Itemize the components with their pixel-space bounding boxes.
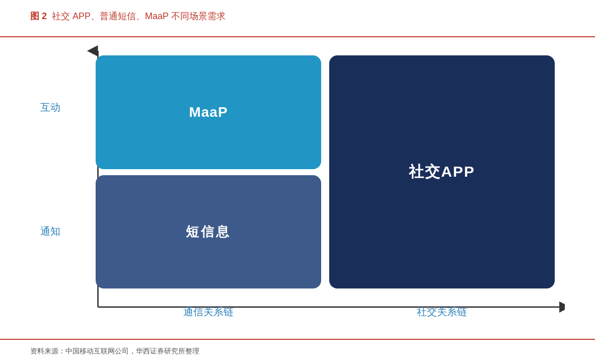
x-axis-labels: 通信关系链 社交关系链 — [96, 305, 555, 319]
bottom-divider — [0, 339, 595, 340]
sms-box: 短信息 — [96, 175, 321, 289]
boxes-area: MaaP 短信息 社交APP — [96, 55, 555, 288]
y-label-bottom: 通知 — [40, 225, 60, 238]
source-text: 资料来源：中国移动互联网公司，华西证券研究所整理 — [30, 347, 199, 356]
maap-box: MaaP — [96, 55, 321, 169]
x-label-right: 社交关系链 — [329, 305, 555, 319]
chart-area: 互动 通知 — [30, 45, 565, 324]
social-app-box: 社交APP — [329, 55, 555, 288]
x-label-left: 通信关系链 — [96, 305, 321, 319]
top-divider — [0, 36, 595, 37]
left-column: MaaP 短信息 — [96, 55, 321, 288]
y-label-top: 互动 — [40, 101, 60, 114]
y-axis-labels: 互动 通知 — [40, 45, 60, 294]
diagram-wrapper: 互动 通知 — [30, 45, 565, 324]
figure-title-area: 图 2 社交 APP、普通短信、MaaP 不同场景需求 — [30, 10, 226, 22]
figure-number: 图 2 — [30, 10, 47, 22]
figure-title-text: 社交 APP、普通短信、MaaP 不同场景需求 — [52, 10, 226, 22]
page-container: 图 2 社交 APP、普通短信、MaaP 不同场景需求 互动 通知 — [0, 0, 595, 364]
